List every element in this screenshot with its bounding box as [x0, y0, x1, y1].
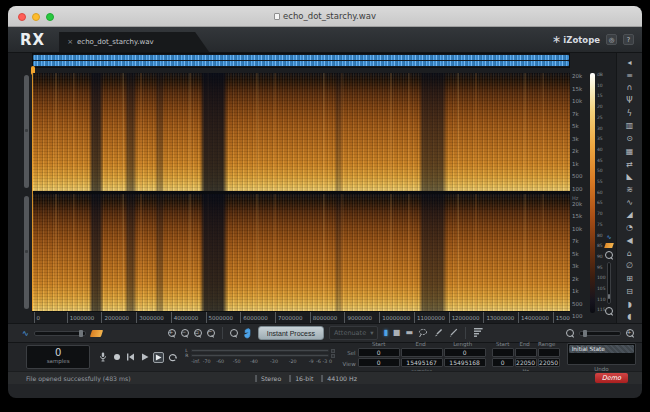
meter-scale-tick: -30: [270, 359, 278, 364]
loudness-icon[interactable]: ◀: [617, 234, 642, 247]
vertical-scroll-rail: [22, 53, 32, 323]
view-end-field[interactable]: 15495167: [401, 358, 443, 367]
record-monitor-mic-button[interactable]: [97, 352, 108, 363]
de-hum-icon[interactable]: ⊙: [617, 132, 642, 145]
play-button[interactable]: [139, 352, 150, 363]
waveform-view-icon[interactable]: ∿: [606, 234, 611, 240]
overview-waveform-left: [33, 55, 569, 60]
format-item[interactable]: 16-bit: [289, 375, 313, 382]
view-length-field[interactable]: 15495168: [444, 358, 486, 367]
vertical-zoom-out-icon[interactable]: [605, 307, 613, 315]
db-tick: 75: [597, 223, 616, 228]
spectrogram-toggle-icon[interactable]: [90, 330, 103, 337]
waveform-toggle-icon[interactable]: ∿: [22, 329, 29, 338]
go-to-start-button[interactable]: [125, 352, 136, 363]
grab-hand-icon[interactable]: [243, 328, 253, 339]
freq-sel-end-field[interactable]: [515, 348, 537, 357]
editor-main: 0100000020000003000000400000050000006000…: [8, 53, 642, 323]
monitor-icon[interactable]: ◂: [617, 56, 642, 69]
spectrogram-channel-right[interactable]: [32, 194, 570, 312]
meter-right-clip-indicator[interactable]: [331, 354, 335, 358]
de-click-icon[interactable]: ∩: [617, 81, 642, 94]
zoom-window-button[interactable]: [46, 13, 54, 21]
close-window-button[interactable]: [18, 13, 26, 21]
file-tab[interactable]: × echo_dot_starchy.wav: [59, 32, 209, 52]
freq-view-range-field[interactable]: 22050: [538, 358, 560, 367]
format-item[interactable]: 44100 Hz: [321, 375, 357, 382]
vertical-zoom-in-icon[interactable]: [605, 251, 613, 259]
horizontal-zoom-slider[interactable]: [579, 331, 621, 336]
frequency-tick: 2k: [570, 149, 588, 155]
variable-time-icon[interactable]: ◖: [617, 310, 642, 323]
freq-sel-range-field[interactable]: [538, 348, 560, 357]
zoom-selection-icon[interactable]: ▫: [194, 329, 202, 337]
signal-generator-icon[interactable]: ◗: [617, 298, 642, 311]
time-frequency-selection-tool[interactable]: ■: [393, 329, 401, 337]
instant-process-button[interactable]: Instant Process: [258, 326, 324, 340]
ambience-match-icon[interactable]: ⌂: [617, 247, 642, 260]
time-ruler-tick: 1000000: [67, 312, 95, 323]
magnify-tool-icon[interactable]: [230, 329, 238, 337]
frequency-selection-tool[interactable]: ▬: [405, 329, 413, 337]
record-button[interactable]: [111, 352, 122, 363]
frequency-tick: 5k: [570, 252, 588, 258]
db-tick: 10: [597, 84, 616, 89]
document-icon: [274, 13, 280, 20]
gain-icon[interactable]: ◔: [617, 221, 642, 234]
undo-history-item[interactable]: Initial State: [569, 345, 634, 353]
zoom-time-icon[interactable]: ⌐: [207, 329, 215, 337]
de-crackle-icon[interactable]: ϟ: [617, 107, 642, 120]
spectrogram-view-icon[interactable]: [604, 243, 614, 248]
frequency-tick: 100: [570, 314, 588, 320]
spectrum-analyzer-icon[interactable]: [473, 328, 483, 338]
phase-icon[interactable]: ∅: [617, 260, 642, 273]
view-start-field[interactable]: 0: [358, 358, 400, 367]
waveform-overview[interactable]: [32, 53, 570, 68]
resample-icon[interactable]: ⊟: [617, 285, 642, 298]
horizontal-zoom-in-icon[interactable]: +: [626, 329, 634, 337]
freq-sel-start-field[interactable]: [492, 348, 514, 357]
freq-view-start-field[interactable]: 0: [492, 358, 514, 367]
channel1-vertical-scrollbar[interactable]: [24, 75, 29, 188]
waveform-spectrogram-blend-slider[interactable]: [34, 331, 86, 336]
module-list-icon[interactable]: ≡: [617, 69, 642, 82]
vertical-zoom-slider[interactable]: [607, 262, 611, 304]
sel-end-field[interactable]: [401, 348, 443, 357]
preferences-button[interactable]: ◎: [606, 34, 617, 45]
meter-left-clip-indicator[interactable]: [331, 349, 335, 353]
pen-tool[interactable]: [448, 328, 458, 338]
lasso-selection-tool[interactable]: [418, 328, 428, 338]
eq-icon[interactable]: ∿: [617, 196, 642, 209]
tab-close-icon[interactable]: ×: [67, 38, 73, 46]
channel2-vertical-scrollbar[interactable]: [24, 196, 29, 309]
plugin-icon[interactable]: ⊞: [617, 272, 642, 285]
fade-icon[interactable]: ◢: [617, 209, 642, 222]
de-reverb-icon[interactable]: ◣: [617, 170, 642, 183]
time-selection-tool[interactable]: ▮: [383, 329, 387, 337]
de-plosive-icon[interactable]: ⇄: [617, 158, 642, 171]
transport-panel: 0 samples L R -inf.-70-60-50-4: [8, 343, 642, 371]
horizontal-zoom-out-icon[interactable]: [566, 329, 574, 337]
spectrogram-channels[interactable]: [32, 73, 570, 311]
format-item[interactable]: Stereo: [255, 375, 281, 382]
db-tick: dB: [597, 73, 616, 78]
help-button[interactable]: ?: [623, 34, 634, 45]
sel-length-field[interactable]: 0: [444, 348, 486, 357]
brush-selection-tool[interactable]: [433, 328, 443, 338]
de-clip-icon[interactable]: Ψ: [617, 94, 642, 107]
sel-start-field[interactable]: 0: [358, 348, 400, 357]
meter-right-bar: [191, 354, 328, 357]
spectrogram-channel-left[interactable]: [32, 73, 570, 191]
process-dropdown[interactable]: Attenuate ▾: [329, 326, 378, 340]
zoom-in-icon[interactable]: +: [168, 329, 176, 337]
dialogue-isolate-icon[interactable]: ≋: [617, 183, 642, 196]
time-ruler[interactable]: 0100000020000003000000400000050000006000…: [32, 311, 570, 323]
undo-history-list[interactable]: Initial State: [567, 343, 636, 365]
play-selection-button[interactable]: [153, 352, 164, 363]
freq-view-end-field[interactable]: 22050: [515, 358, 537, 367]
de-noise-icon[interactable]: ▦: [617, 145, 642, 158]
zoom-out-icon[interactable]: −: [181, 329, 189, 337]
de-ess-icon[interactable]: ▥: [617, 120, 642, 133]
loop-button[interactable]: [167, 352, 178, 363]
minimize-window-button[interactable]: [32, 13, 40, 21]
